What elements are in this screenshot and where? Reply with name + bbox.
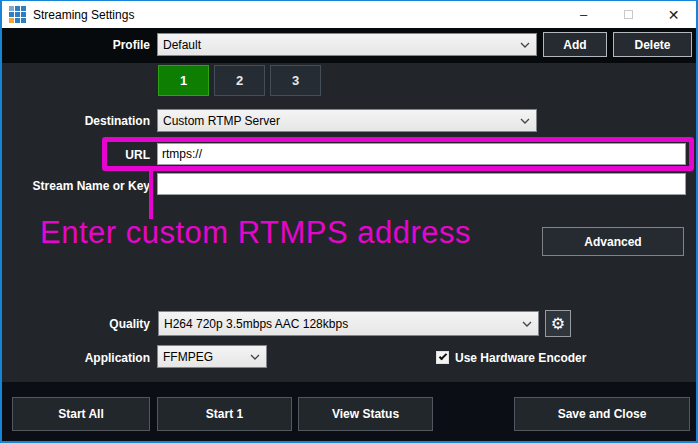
stream-tab-3[interactable]: 3 xyxy=(270,65,321,96)
maximize-button[interactable] xyxy=(606,1,651,28)
destination-select-value: Custom RTMP Server xyxy=(163,114,280,128)
quality-select[interactable]: H264 720p 3.5mbps AAC 128kbps xyxy=(158,311,539,336)
save-and-close-button[interactable]: Save and Close xyxy=(514,397,690,431)
profile-label: Profile xyxy=(2,38,150,52)
chevron-down-icon xyxy=(522,321,532,327)
stream-tab-2[interactable]: 2 xyxy=(214,65,265,96)
hardware-encoder-checkbox[interactable] xyxy=(436,351,449,364)
url-label: URL xyxy=(2,148,150,162)
close-button[interactable]: ✕ xyxy=(651,1,696,28)
quality-select-value: H264 720p 3.5mbps AAC 128kbps xyxy=(164,317,348,331)
minimize-button[interactable]: – xyxy=(561,1,606,28)
quality-settings-button[interactable]: ⚙ xyxy=(545,310,571,337)
advanced-button[interactable]: Advanced xyxy=(542,227,684,256)
add-button[interactable]: Add xyxy=(543,32,607,57)
gear-icon: ⚙ xyxy=(551,316,565,332)
profile-select[interactable]: Default xyxy=(157,33,537,56)
view-status-button[interactable]: View Status xyxy=(298,397,433,431)
application-select[interactable]: FFMPEG xyxy=(157,345,267,368)
destination-label: Destination xyxy=(2,114,150,128)
titlebar: Streaming Settings – ✕ xyxy=(2,1,696,28)
start-1-button[interactable]: Start 1 xyxy=(157,397,292,431)
application-label: Application xyxy=(2,351,150,365)
window-title: Streaming Settings xyxy=(33,8,134,22)
hardware-encoder-label: Use Hardware Encoder xyxy=(455,351,586,365)
app-icon xyxy=(9,6,26,23)
maximize-icon xyxy=(624,10,633,19)
chevron-down-icon xyxy=(520,118,530,124)
checkmark-icon xyxy=(439,352,447,360)
stream-key-input[interactable] xyxy=(157,173,686,195)
stream-tab-1[interactable]: 1 xyxy=(158,65,209,96)
destination-select[interactable]: Custom RTMP Server xyxy=(157,109,537,132)
annotation-text: Enter custom RTMPS address xyxy=(40,215,471,251)
application-select-value: FFMPEG xyxy=(163,350,213,364)
stream-key-label: Stream Name or Key xyxy=(2,179,150,193)
quality-label: Quality xyxy=(2,317,150,331)
start-all-button[interactable]: Start All xyxy=(12,397,150,431)
profile-select-value: Default xyxy=(163,38,201,52)
chevron-down-icon xyxy=(250,354,260,360)
chevron-down-icon xyxy=(520,42,530,48)
url-input[interactable] xyxy=(157,143,686,165)
delete-button[interactable]: Delete xyxy=(613,32,692,57)
streaming-settings-window: Streaming Settings – ✕ Profile Default A… xyxy=(0,0,698,443)
